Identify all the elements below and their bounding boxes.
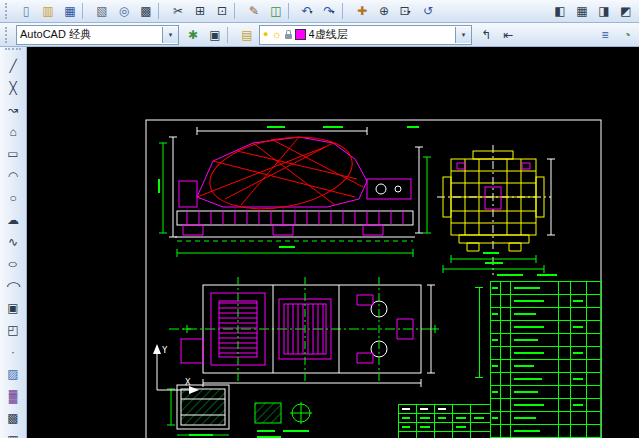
flyout-arrow-icon: ▾ — [310, 8, 313, 15]
make-block-button[interactable]: ◰ — [1, 319, 25, 341]
toolbar-grip[interactable] — [5, 48, 21, 53]
layer-color-swatch[interactable] — [295, 29, 306, 40]
separator — [82, 3, 88, 19]
spline-button[interactable]: ∿ — [1, 231, 25, 253]
circle-button[interactable]: ○ — [1, 187, 25, 209]
zoom-previous-button[interactable]: ↺ — [416, 0, 438, 22]
side-view-drawing — [159, 127, 431, 257]
ucs-y-label: Y — [162, 345, 168, 355]
plot-button[interactable]: ▧ — [90, 0, 112, 22]
point-button[interactable]: ∙ — [1, 341, 25, 363]
line-button[interactable]: ╱ — [1, 55, 25, 77]
main-area: ╱ ╳ ↝ ⌂ ▭ — [0, 47, 639, 438]
toolbar-gap — [518, 25, 593, 45]
ellipse-button[interactable]: ○ — [1, 253, 25, 275]
toolbar-grip[interactable] — [5, 27, 11, 43]
ellipse-arc-button[interactable]: ◠ — [1, 275, 25, 297]
layer-properties-button[interactable]: ▤ — [235, 24, 257, 46]
redo-button[interactable]: ↷ ▾ — [318, 0, 340, 22]
gradient-button[interactable]: ▓ — [1, 385, 25, 407]
detail-b — [255, 402, 312, 437]
plot-preview-button[interactable]: ◎ — [112, 0, 134, 22]
zoom-window-button[interactable]: ⊡ ▾ — [394, 0, 416, 22]
flyout-arrow-icon: ▾ — [408, 8, 411, 15]
lower-table — [398, 404, 490, 438]
polygon-button[interactable]: ⌂ — [1, 121, 25, 143]
standard-toolbar: ▯ ▥ ▦ ▧ — [0, 0, 639, 23]
layer-states-button[interactable]: ≡ — [593, 24, 615, 46]
toolbar-gap — [438, 1, 548, 21]
separator — [227, 27, 233, 43]
layer-previous-button[interactable]: ⇤ — [496, 24, 518, 46]
bom-table — [475, 275, 601, 437]
publish-button[interactable]: ▩ — [134, 0, 156, 22]
workspace-combo[interactable]: AutoCAD 经典 ▾ — [16, 25, 179, 45]
draw-toolbar: ╱ ╳ ↝ ⌂ ▭ — [0, 47, 27, 438]
undo-button[interactable]: ↶ ▾ — [296, 0, 318, 22]
separator — [158, 3, 164, 19]
plan-view-drawing — [169, 277, 439, 387]
designcenter-button[interactable]: ▦ — [570, 0, 592, 22]
table-button[interactable]: ▦ — [1, 429, 25, 438]
drawing-canvas[interactable]: Y X — [27, 47, 639, 438]
separator — [342, 3, 348, 19]
bulb-icon[interactable]: ● — [263, 30, 268, 39]
toolbar-grip[interactable] — [5, 3, 11, 19]
insert-block-button[interactable]: ▣ — [1, 297, 25, 319]
save-workspace-button[interactable]: ▣ — [203, 24, 225, 46]
revision-cloud-button[interactable]: ☁ — [1, 209, 25, 231]
separator — [234, 3, 240, 19]
workspace-settings-button[interactable]: ✱ — [181, 24, 203, 46]
chevron-down-icon[interactable]: ▾ — [162, 27, 178, 43]
zoom-realtime-button[interactable]: ⊕ — [372, 0, 394, 22]
polyline-button[interactable]: ↝ — [1, 99, 25, 121]
ucs-x-label: X — [185, 377, 191, 387]
sun-freeze-icon[interactable]: ☼ — [271, 29, 281, 40]
lock-icon[interactable] — [285, 34, 292, 39]
make-object-layer-current-button[interactable]: ↰ — [474, 24, 496, 46]
layer-name: 4虚线层 — [309, 27, 348, 42]
rectangle-button[interactable]: ▭ — [1, 143, 25, 165]
copy-button[interactable]: ⊞ — [188, 0, 210, 22]
workspace-layer-toolbar: AutoCAD 经典 ▾ ✱ ▣ — [0, 23, 639, 47]
tool-palettes-button[interactable]: ◨ — [592, 0, 614, 22]
flyout-arrow-icon: ▾ — [332, 8, 335, 15]
cut-button[interactable]: ✂ — [166, 0, 188, 22]
front-view-drawing — [437, 145, 555, 275]
autocad-window: ▯ ▥ ▦ ▧ — [0, 0, 639, 438]
properties-button[interactable]: ◧ — [548, 0, 570, 22]
model-space-viewport[interactable]: Y X — [27, 47, 639, 438]
detail-a — [167, 385, 229, 435]
pan-button[interactable]: ✚ — [350, 0, 372, 22]
region-button[interactable]: ▩ — [1, 407, 25, 429]
block-editor-button[interactable]: ◫ — [264, 0, 286, 22]
hatch-button[interactable]: ▨ — [1, 363, 25, 385]
save-button[interactable]: ▦ — [58, 0, 80, 22]
construction-line-button[interactable]: ╳ — [1, 77, 25, 99]
new-button[interactable]: ▯ — [14, 0, 36, 22]
open-button[interactable]: ▥ — [36, 0, 58, 22]
layer-walk-button[interactable]: ◔ — [615, 24, 637, 46]
workspace-value: AutoCAD 经典 — [20, 27, 91, 42]
chevron-down-icon[interactable]: ▾ — [455, 27, 471, 43]
layer-combo[interactable]: ● ☼ 4虚线层 ▾ — [259, 25, 472, 45]
sheet-set-manager-button[interactable]: ◩ — [614, 0, 636, 22]
arc-button[interactable]: ◠ — [1, 165, 25, 187]
paste-button[interactable]: ⊡ — [210, 0, 232, 22]
match-properties-button[interactable]: ✎ — [242, 0, 264, 22]
ucs-icon: Y X — [153, 344, 199, 394]
separator — [288, 3, 294, 19]
